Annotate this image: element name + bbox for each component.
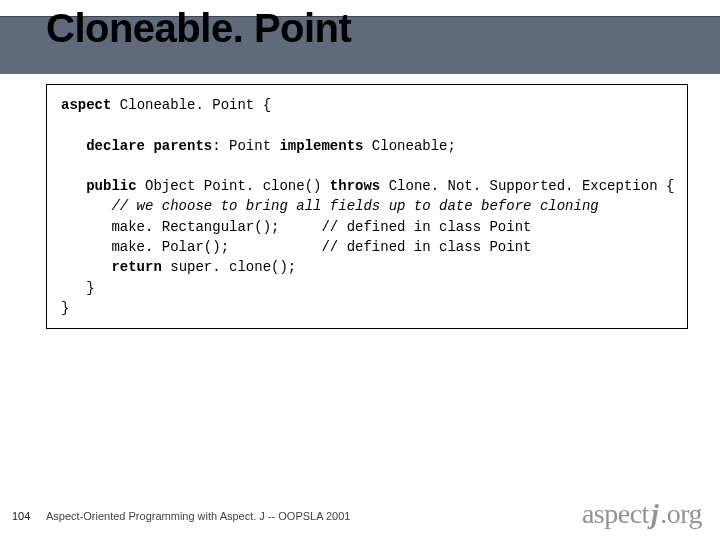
- code-text: Object Point. clone(): [137, 178, 330, 194]
- code-text: make. Polar(); // defined in class Point: [61, 239, 531, 255]
- logo-right: .org: [660, 498, 702, 529]
- slide-root: Cloneable. Point aspect Cloneable. Point…: [0, 0, 720, 540]
- code-text: Cloneable;: [363, 138, 455, 154]
- kw-aspect: aspect: [61, 97, 111, 113]
- code-text: super. clone();: [162, 259, 296, 275]
- page-number: 104: [12, 510, 30, 522]
- code-text: : Point: [212, 138, 279, 154]
- kw-implements: implements: [279, 138, 363, 154]
- slide-title: Cloneable. Point: [46, 6, 351, 51]
- aspectj-logo: aspectj.org: [582, 498, 702, 530]
- code-text: Clone. Not. Supported. Exception {: [380, 178, 674, 194]
- kw-declare: declare parents: [61, 138, 212, 154]
- kw-throws: throws: [330, 178, 380, 194]
- code-comment: // we choose to bring all fields up to d…: [61, 198, 599, 214]
- logo-left: aspect: [582, 498, 649, 529]
- code-text: make. Rectangular(); // defined in class…: [61, 219, 531, 235]
- code-block: aspect Cloneable. Point { declare parent…: [61, 95, 673, 318]
- kw-return: return: [61, 259, 162, 275]
- logo-j: j: [649, 498, 660, 529]
- code-text: Cloneable. Point {: [111, 97, 271, 113]
- footer-text: Aspect-Oriented Programming with Aspect.…: [46, 510, 350, 522]
- code-text: }: [61, 280, 95, 296]
- kw-public: public: [61, 178, 137, 194]
- code-text: }: [61, 300, 69, 316]
- code-box: aspect Cloneable. Point { declare parent…: [46, 84, 688, 329]
